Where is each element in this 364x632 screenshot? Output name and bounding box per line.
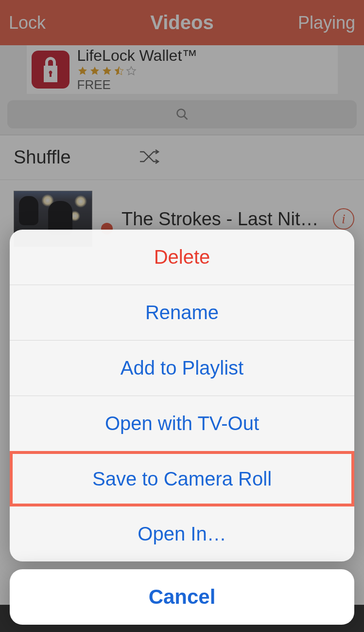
- action-delete[interactable]: Delete: [10, 230, 354, 285]
- action-save-to-camera-roll[interactable]: Save to Camera Roll: [10, 451, 354, 506]
- cancel-button[interactable]: Cancel: [10, 569, 354, 625]
- action-rename[interactable]: Rename: [10, 285, 354, 341]
- action-open-in[interactable]: Open In…: [10, 506, 354, 561]
- action-add-to-playlist[interactable]: Add to Playlist: [10, 341, 354, 396]
- action-open-with-tv-out[interactable]: Open with TV-Out: [10, 396, 354, 451]
- action-sheet: DeleteRenameAdd to PlaylistOpen with TV-…: [0, 230, 364, 625]
